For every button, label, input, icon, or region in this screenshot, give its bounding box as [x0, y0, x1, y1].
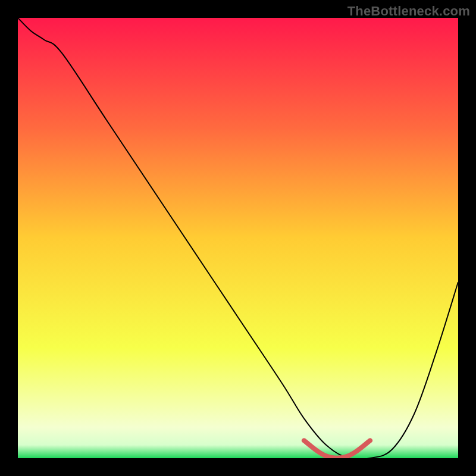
bottleneck-curve	[18, 18, 458, 458]
chart-container: TheBottleneck.com	[0, 0, 476, 476]
plot-area	[18, 18, 458, 458]
curves-layer	[18, 18, 458, 458]
watermark-text: TheBottleneck.com	[347, 4, 470, 19]
highlight-flat	[304, 440, 370, 458]
